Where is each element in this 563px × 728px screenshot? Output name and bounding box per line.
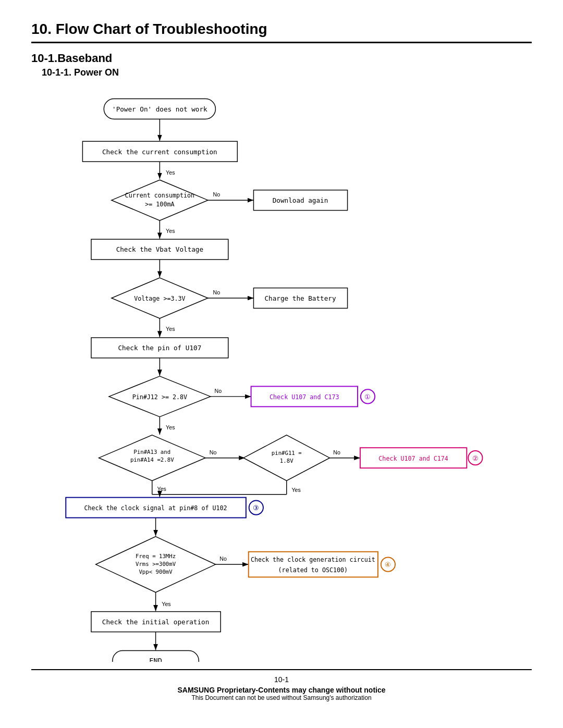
check-clkgen-line1: Check the clock generation circuit <box>251 556 375 563</box>
end-label: END <box>149 657 162 662</box>
badge-1-label: ① <box>364 393 371 401</box>
check-clock-label: Check the clock signal at pin#8 of U102 <box>84 504 227 512</box>
flowchart-svg: 'Power On' does not work Check the curre… <box>31 89 532 662</box>
check-vbat-label: Check the Vbat Voltage <box>116 245 203 253</box>
yes-label-5: Yes <box>291 487 300 493</box>
section-title: 10-1.Baseband <box>31 52 532 65</box>
no-label-4: No <box>210 449 217 455</box>
no-label-5: No <box>333 449 340 455</box>
main-title: 10. Flow Chart of Troubleshooting <box>31 21 532 43</box>
check-current-label: Check the current consumption <box>102 148 217 156</box>
download-label: Download again <box>273 196 328 204</box>
no-label-3: No <box>215 388 222 394</box>
diamond2-label: Voltage >=3.3V <box>134 295 185 302</box>
check-u107-c174-label: Check U107 and C174 <box>378 455 448 462</box>
diamond6-line1: Freq = 13MHz <box>136 553 176 560</box>
check-pin-label: Check the pin of U107 <box>118 344 201 352</box>
subsection-title: 10-1-1. Power ON <box>42 67 532 78</box>
no-label-6: No <box>219 556 227 562</box>
check-u107-c173-label: Check U107 and C173 <box>270 393 339 401</box>
diamond5-line1: pin#G11 = <box>272 450 302 456</box>
badge-3-label: ③ <box>253 504 259 512</box>
yes-label-4: Yes <box>166 424 175 430</box>
badge-2-label: ② <box>472 455 479 462</box>
check-clkgen-line2: (related to OSC100) <box>278 566 348 574</box>
diamond6-line2: Vrms >=300mV <box>136 561 176 567</box>
footer-notice: This Document can not be used without Sa… <box>31 694 532 701</box>
charge-label: Charge the Battery <box>265 294 336 302</box>
check-initial-label: Check the initial operation <box>102 618 209 626</box>
no-label-1: No <box>213 191 221 198</box>
footer: 10-1 SAMSUNG Proprietary-Contents may ch… <box>31 669 532 701</box>
badge-4-label: ④ <box>385 561 391 569</box>
yes-label-4b: Yes <box>157 486 166 492</box>
diamond1-line2: >= 100mA <box>145 201 174 208</box>
flowchart-container: 'Power On' does not work Check the curre… <box>31 89 532 664</box>
diamond5-line2: 1.8V <box>280 458 293 464</box>
page: 10. Flow Chart of Troubleshooting 10-1.B… <box>0 0 563 728</box>
footer-page: 10-1 <box>31 675 532 684</box>
diamond4-line2: pin#A14 =2.8V <box>130 456 174 463</box>
yes-label-1: Yes <box>166 169 175 176</box>
diamond4-line1: Pin#A13 and <box>133 449 170 455</box>
yes-label-6: Yes <box>162 601 170 607</box>
diamond1-line1: Current consumption <box>125 192 195 199</box>
start-label: 'Power On' does not work <box>112 105 207 113</box>
yes-label-2: Yes <box>166 228 175 234</box>
diamond3-label: Pin#J12 >= 2.8V <box>132 393 187 401</box>
diamond6-line3: Vpp< 900mV <box>139 569 173 575</box>
footer-brand: SAMSUNG Proprietary-Contents may change … <box>31 686 532 694</box>
no-label-2: No <box>213 289 221 295</box>
yes-label-3: Yes <box>166 326 175 332</box>
